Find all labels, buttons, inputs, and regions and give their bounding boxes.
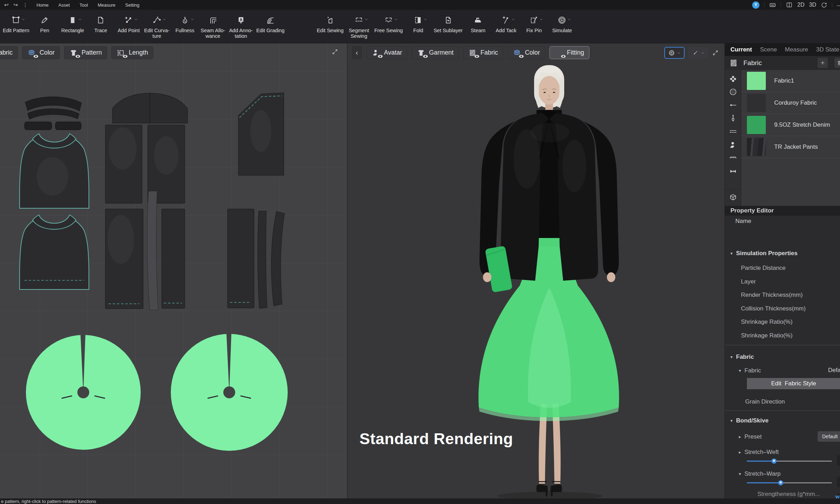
value-field-clipped[interactable] [837, 477, 840, 487]
stretch-warp-row[interactable]: ▾Stretch–Warp [739, 470, 780, 477]
stretch-weft-row[interactable]: ▸Stretch–Weft [739, 449, 779, 456]
pattern-piece[interactable] [227, 209, 254, 308]
tool-steam[interactable]: Steam [464, 13, 492, 39]
pattern-pieces-canvas[interactable] [0, 43, 347, 498]
select-tool-button[interactable] [688, 47, 708, 59]
add-fabric-button[interactable] [818, 58, 828, 68]
chevron-down-icon[interactable] [190, 18, 194, 21]
circle-skirt-piece[interactable] [26, 335, 141, 450]
menu-item-measure[interactable]: Measure [98, 2, 115, 8]
chevron-down-icon[interactable] [567, 18, 571, 21]
pattern-tab-color[interactable]: Color [22, 46, 60, 59]
tool-trace[interactable]: Trace [87, 13, 115, 39]
stretch-weft-slider[interactable] [747, 458, 832, 464]
tool-add-tack[interactable]: Add Tack [492, 13, 520, 39]
slider-thumb[interactable] [778, 480, 783, 485]
visibility-eye-icon[interactable] [422, 54, 428, 58]
stitch-icon[interactable] [729, 127, 737, 136]
edit-fabric-style-button[interactable]: Edit Fabric Style [747, 378, 840, 389]
visibility-eye-icon[interactable] [122, 54, 128, 58]
fabric-default-value[interactable]: Default [828, 367, 840, 374]
bond-skive-section[interactable]: ▾Bond/Skive [730, 417, 769, 424]
tool-rectangle[interactable]: Rectangle [59, 13, 87, 39]
preset-dropdown[interactable]: Default [818, 431, 840, 442]
right-tab-current[interactable]: Current [730, 46, 752, 53]
menu-item-home[interactable]: Home [36, 2, 49, 8]
chevron-down-icon[interactable] [21, 18, 25, 21]
zipper-icon[interactable] [729, 114, 737, 122]
tool-set-sublayer[interactable]: Set Sublayer [432, 13, 464, 39]
fabric-swatch[interactable] [747, 94, 766, 112]
slider-thumb[interactable] [771, 458, 777, 464]
tool-seam-allowance[interactable]: Seam Allo- wance [199, 13, 227, 39]
view-3d-button[interactable]: 3D [809, 2, 816, 8]
more-menu-icon[interactable]: ⋮ [23, 0, 28, 10]
button-icon[interactable] [729, 88, 737, 96]
pattern-piece[interactable] [258, 211, 267, 308]
bow-icon[interactable] [729, 167, 737, 176]
pattern-2d-view[interactable]: FabricColorPatternLength [0, 43, 347, 498]
tool-add-point[interactable]: Add Point [115, 13, 143, 39]
user-avatar[interactable]: Y [752, 1, 760, 9]
tool-fix-pin[interactable]: Fix Pin [520, 13, 548, 39]
viewport-tab-fitting[interactable]: Fitting [550, 46, 589, 59]
menu-item-asset[interactable]: Asset [58, 2, 70, 8]
visibility-eye-icon[interactable] [518, 54, 524, 58]
viewport-3d[interactable]: ‹ AvatarGarmentFabricColorFitting [348, 43, 724, 498]
minimize-icon[interactable]: — [837, 2, 840, 8]
collapse-tabs-button[interactable]: ‹ [352, 46, 362, 59]
pattern-piece[interactable] [147, 191, 158, 310]
value-field-clipped[interactable] [837, 455, 840, 465]
fabric-list-item[interactable]: Fabric1 [741, 70, 840, 92]
pattern-piece[interactable] [271, 211, 285, 306]
visibility-eye-icon[interactable] [474, 54, 480, 58]
stretch-warp-slider[interactable] [747, 480, 832, 485]
viewport-tab-fabric[interactable]: Fabric [463, 46, 503, 59]
fabric-swatch[interactable] [747, 116, 766, 134]
clover-icon[interactable] [729, 75, 737, 83]
visibility-eye-icon[interactable] [75, 54, 81, 58]
fabric-list-item[interactable]: 9.5OZ Stretch Denim [741, 114, 840, 136]
fabric-swatch[interactable] [747, 72, 766, 90]
tool-edit-sewing[interactable]: Edit Sewing [315, 13, 345, 39]
menu-item-tool[interactable]: Tool [79, 2, 88, 8]
pattern-piece[interactable] [24, 122, 52, 130]
view-2d-button[interactable]: 2D [797, 2, 804, 8]
visibility-eye-icon[interactable] [377, 54, 383, 58]
chevron-down-icon[interactable] [424, 18, 427, 21]
tool-segment-sewing[interactable]: Segment Sewing [345, 13, 373, 39]
chevron-down-icon[interactable] [162, 18, 166, 21]
fabric-sub-row[interactable]: ▾Fabric [739, 367, 761, 374]
menu-item-setting[interactable]: Setting [125, 2, 139, 8]
fabric-list-item[interactable]: TR Jacket Pants [741, 136, 840, 158]
expand-3d-view-icon[interactable] [712, 49, 719, 56]
tool-fold[interactable]: Fold [404, 13, 432, 39]
tool-free-sewing[interactable]: Free Sewing [373, 13, 404, 39]
right-tab-3d-state[interactable]: 3D State [816, 46, 839, 53]
zigzag-icon[interactable] [729, 153, 737, 162]
tool-edit-pattern[interactable]: Edit Pattern [1, 13, 31, 39]
pin-icon[interactable] [729, 101, 737, 110]
simulation-properties-section[interactable]: ▾Simulation Properties [730, 250, 798, 257]
viewport-tab-garment[interactable]: Garment [412, 46, 459, 59]
pattern-piece[interactable] [55, 122, 81, 130]
right-tab-measure[interactable]: Measure [785, 46, 808, 53]
chevron-down-icon[interactable] [78, 18, 82, 21]
tool-simulate[interactable]: Simulate [548, 13, 576, 39]
fabric-props-section[interactable]: ▾Fabric [730, 354, 754, 360]
tool-add-annotation[interactable]: AAdd Anno- tation [227, 13, 255, 39]
preset-row[interactable]: ▸Preset [739, 433, 762, 440]
pattern-tab-length[interactable]: Length [111, 46, 153, 59]
pattern-piece[interactable] [28, 109, 79, 119]
refresh-icon[interactable] [821, 2, 827, 8]
viewport-tab-color[interactable]: Color [507, 46, 545, 59]
visibility-eye-icon[interactable] [560, 54, 566, 58]
fabric-swatch[interactable] [747, 138, 766, 156]
simulate-mode-button[interactable] [664, 47, 685, 59]
right-tab-scene[interactable]: Scene [760, 46, 777, 53]
redo-icon[interactable]: ↪ [14, 0, 18, 10]
circle-skirt-piece[interactable] [171, 334, 288, 451]
cube-icon[interactable] [729, 193, 737, 202]
pattern-tab-pattern[interactable]: Pattern [64, 46, 107, 59]
fabric-list-item[interactable]: Corduroy Fabric [741, 92, 840, 114]
